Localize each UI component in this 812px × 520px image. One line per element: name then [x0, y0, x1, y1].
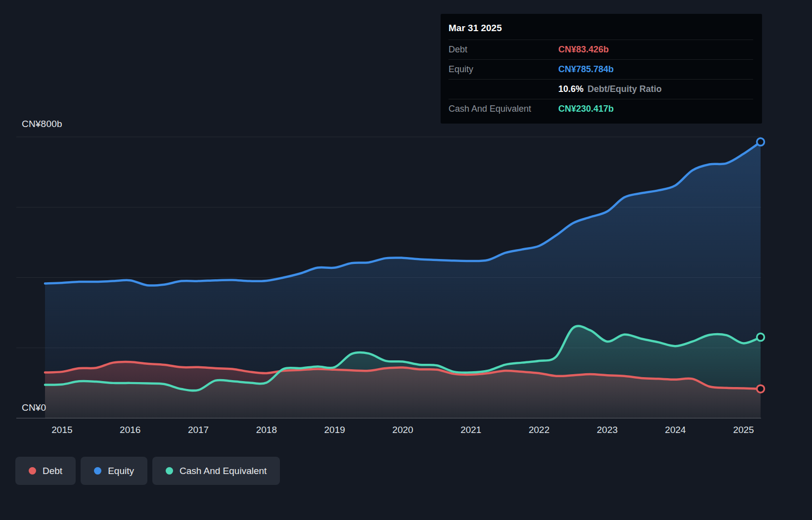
tooltip-ratio: 10.6%Debt/Equity Ratio: [558, 84, 662, 94]
tooltip-equity-label: Equity: [449, 64, 558, 75]
tooltip-row-equity: Equity CN¥785.784b: [449, 59, 753, 79]
chart-legend: Debt Equity Cash And Equivalent: [15, 457, 280, 485]
tooltip-debt-value: CN¥83.426b: [558, 44, 609, 55]
chart-tooltip: Mar 31 2025 Debt CN¥83.426b Equity CN¥78…: [441, 14, 762, 124]
legend-item-cash[interactable]: Cash And Equivalent: [152, 457, 280, 485]
tooltip-cash-value: CN¥230.417b: [558, 104, 614, 114]
y-axis-label-max: CN¥800b: [22, 119, 62, 130]
tooltip-date: Mar 31 2025: [449, 20, 753, 40]
legend-item-debt[interactable]: Debt: [15, 457, 76, 485]
tooltip-cash-label: Cash And Equivalent: [449, 104, 558, 114]
cash-and-equivalent-endpoint-marker[interactable]: [757, 334, 765, 341]
equity-dot-icon: [94, 467, 101, 475]
tooltip-ratio-value: 10.6%: [558, 84, 584, 94]
debt-endpoint-marker[interactable]: [757, 385, 765, 392]
tooltip-row-debt: Debt CN¥83.426b: [449, 40, 753, 59]
tooltip-equity-value: CN¥785.784b: [558, 64, 614, 75]
y-axis-label-zero: CN¥0: [22, 402, 46, 413]
tooltip-row-cash: Cash And Equivalent CN¥230.417b: [449, 99, 753, 119]
cash-dot-icon: [166, 467, 173, 475]
legend-equity-label: Equity: [108, 466, 134, 477]
legend-item-equity[interactable]: Equity: [81, 457, 147, 485]
legend-cash-label: Cash And Equivalent: [180, 466, 267, 477]
tooltip-row-ratio: 10.6%Debt/Equity Ratio: [449, 79, 753, 99]
equity-endpoint-marker[interactable]: [757, 138, 765, 146]
tooltip-debt-label: Debt: [449, 44, 558, 55]
chart-page: CN¥800b CN¥0 201520162017201820192020202…: [0, 0, 812, 520]
debt-dot-icon: [29, 467, 36, 475]
tooltip-ratio-label: Debt/Equity Ratio: [587, 84, 662, 94]
legend-debt-label: Debt: [43, 466, 62, 477]
